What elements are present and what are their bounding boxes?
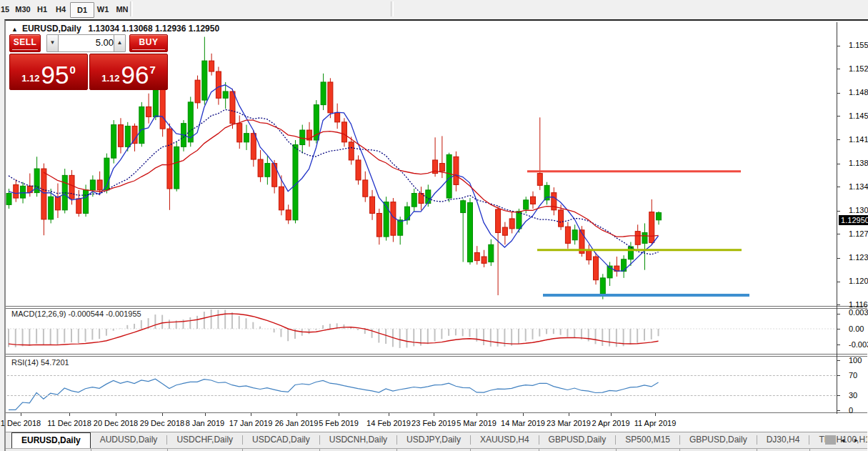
date-axis-label: 20 Dec 2018 [94,419,138,427]
chart-tab-gbpusd-daily[interactable]: GBPUSD,Daily [539,432,616,447]
sell-price-big: 95 [41,63,69,86]
date-axis-tick [21,413,21,416]
sell-price-display[interactable]: 1.12 95 0 [9,54,88,90]
candle-body [237,124,242,142]
rsi-axis-tick [837,375,840,376]
chart-client-area[interactable]: ▲EURUSD,Daily1.13034 1.13068 1.12936 1.1… [6,21,867,432]
candle-body [517,212,522,229]
date-axis-tick [251,413,251,416]
date-axis-label: 11 Dec 2018 [47,419,91,427]
price-axis-border [837,22,837,414]
sell-button-label: SELL [12,35,38,50]
candle-body [216,71,221,98]
price-axis-tick [837,282,840,282]
chart-tab-gbpusd-daily[interactable]: GBPUSD,Daily [680,432,757,447]
rsi-level-line [7,395,836,396]
candle-body [209,61,214,71]
volume-input[interactable]: 5.00 [58,34,120,52]
candle-body [411,194,416,207]
chart-tab-usdcnh-daily[interactable]: USDCNH,Daily [320,432,396,447]
candle-body [321,82,326,105]
candle-body [565,227,570,243]
rsi-indicator-label: RSI(14) 54.7201 [11,358,69,367]
chevron-down-icon: ▼ [50,39,56,46]
toolbar-separator [130,1,133,16]
candle-body [244,134,249,142]
chart-symbol-label: EURUSD,Daily [22,24,81,34]
buy-price-display[interactable]: 1.12 96 7 [89,54,168,90]
candle-body [21,186,26,198]
candle-body [111,125,116,159]
candle-body [363,180,368,197]
candle-body [559,210,564,227]
candle-body [447,154,452,198]
candle-body [153,86,158,117]
macd-axis-tick [837,314,840,314]
sell-price-sup: 0 [69,64,75,76]
candle-body [279,187,284,210]
candle-body [587,250,592,260]
candle-body [230,91,235,124]
candle-body [195,80,200,103]
tab-scroll-right-icon[interactable]: ▸ [849,432,863,447]
candle-body [90,180,95,190]
sell-button[interactable]: SELL [9,34,41,52]
candle-body [600,278,605,294]
date-axis-tick [205,413,206,416]
candle-body [202,61,207,100]
chart-tab-usdjpy-daily[interactable]: USDJPY,Daily [397,432,470,447]
chart-tab-sp500-m15[interactable]: SP500,M15 [616,432,679,447]
candle-body [41,169,46,219]
date-axis-label: 23 Feb 2019 [411,419,456,427]
date-axis-tick [434,413,434,416]
chart-tab-xauusd-h4[interactable]: XAUUSD,H4 [471,432,539,447]
date-axis-label: 26 Jan 2019 [275,419,319,427]
price-axis-label: 1.13090 [849,207,868,214]
chart-tab-eurusd-daily[interactable]: EURUSD,Daily [11,432,91,448]
volume-up-button[interactable]: ▲ [114,34,126,52]
collapse-triangle-icon[interactable]: ▲ [11,26,18,33]
price-axis-tick [837,116,840,117]
candle-body [146,106,151,117]
date-axis-label: 14 Feb 2019 [366,419,411,427]
candle-body [524,200,529,209]
candle-body [594,257,599,280]
candle-body [376,213,381,237]
chart-tab-audusd-daily[interactable]: AUDUSD,Daily [91,432,167,447]
candle-body [628,247,633,259]
buy-button[interactable]: BUY [129,34,168,52]
candle-body [384,202,389,237]
candle-body [482,257,487,263]
date-axis-label: 5 Feb 2019 [319,419,359,427]
candle-body [489,244,494,262]
rsi-level-line [7,375,836,376]
macd-axis-tick [837,329,840,329]
timeframe-button-d1[interactable]: D1 [70,2,94,18]
candle-body [84,190,89,214]
candle-body [118,125,123,147]
price-axis-label: 1.12380 [849,254,868,262]
chart-tab-usdchf-daily[interactable]: USDCHF,Daily [167,432,242,447]
timeframe-toolbar: 15M30H1H4D1W1MN [0,0,868,19]
chart-tab-dj30-h4[interactable]: DJ30,H4 [757,432,809,447]
date-axis-tick [611,413,612,416]
pane-separator[interactable] [6,306,867,309]
timeframe-button-h1[interactable]: H1 [33,2,51,16]
chart-title: ▲EURUSD,Daily1.13034 1.13068 1.12936 1.1… [11,24,219,34]
date-axis-tick [162,413,163,416]
timeframe-button-w1[interactable]: W1 [93,2,113,16]
macd-axis-tick [837,345,840,345]
price-axis-label: 1.14860 [849,89,868,96]
rsi-axis-label: 70 [849,372,857,380]
macd-axis-label: 0.00 [849,325,864,333]
candle-body [14,184,19,198]
volume-down-button[interactable]: ▼ [46,34,59,52]
timeframe-button-m30[interactable]: M30 [11,2,34,16]
candle-body [132,126,137,143]
pane-separator[interactable] [6,354,867,357]
tab-scroll-left-icon[interactable]: ◂ [836,432,849,447]
chart-tab-usdcad-daily[interactable]: USDCAD,Daily [243,432,319,447]
timeframe-button-h4[interactable]: H4 [51,2,70,16]
candle-body [139,106,144,143]
candle-body [509,219,514,229]
